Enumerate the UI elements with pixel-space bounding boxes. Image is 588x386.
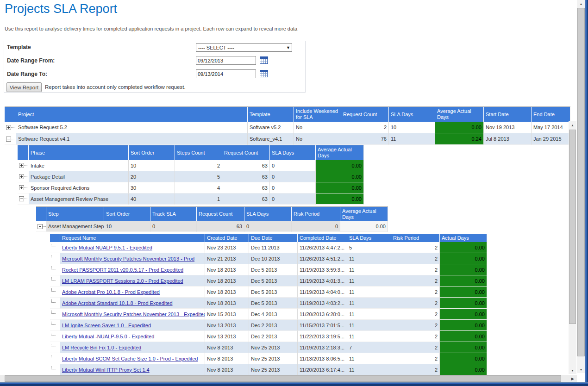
column-header: Actual Days xyxy=(440,234,487,242)
scroll-up-icon[interactable]: ▲ xyxy=(577,0,585,7)
cell: 0 xyxy=(270,160,316,171)
column-header: Request Count xyxy=(341,107,389,122)
cell: 2 xyxy=(391,364,440,375)
cell: 0.00 xyxy=(440,286,487,298)
cell: 11/13/2013 8:06:5... xyxy=(298,353,347,364)
phase-row: Package Detail2056300.00 xyxy=(18,171,364,182)
expand-icon[interactable] xyxy=(6,125,11,130)
expand-icon[interactable] xyxy=(19,174,24,179)
request-link[interactable]: LM LRAM PASSPORT Sessions 2.0 - Prod Exp… xyxy=(62,278,183,284)
request-link[interactable]: Microsoft Monthly Security Patches Novem… xyxy=(62,311,205,317)
scroll-right-icon[interactable]: ▶ xyxy=(571,377,574,381)
cell: Dec 2 2013 xyxy=(249,331,298,342)
scroll-down-icon[interactable]: ▼ xyxy=(569,367,576,374)
cell: Rocket PASSPORT 2011 v20.0.5.17 - Prod E… xyxy=(60,264,205,275)
tree-connector-cell xyxy=(50,275,60,286)
request-row: Liberty Mutual -NUALP-9.5.0 - ExpeditedN… xyxy=(50,331,487,342)
cell: 63 xyxy=(222,171,270,182)
cell: Dec 11 2013 xyxy=(249,242,298,253)
collapse-icon[interactable] xyxy=(38,224,43,229)
cell: LM Ignite Screen Saver 1.0 - Expedited xyxy=(60,320,205,331)
request-row: Microsoft Monthly Security Patches Novem… xyxy=(50,253,487,264)
page-vertical-scrollbar[interactable]: ▲ ▼ xyxy=(577,0,585,373)
step-row: Asset Management Step10063000.00 xyxy=(36,221,388,232)
cell: Sponsor Required Actions xyxy=(29,182,129,193)
cell: 0.00 xyxy=(316,193,364,205)
expander-cell xyxy=(5,133,16,145)
request-row: Adobe Acrobat Standard 10.1.8 - Prod Exp… xyxy=(50,298,487,309)
cell: 11 xyxy=(389,133,435,145)
request-link[interactable]: Rocket PASSPORT 2011 v20.0.5.17 - Prod E… xyxy=(62,267,183,273)
cell: Liberty Mutual NUALP 9.5.1 - Expedited xyxy=(60,242,205,253)
step-table: StepSort OrderTrack SLARequest CountSLA … xyxy=(36,206,388,232)
column-header: Step xyxy=(46,207,104,221)
phase-row: Asset Management Review Phase4016300.00 xyxy=(18,193,364,205)
tree-connector-cell xyxy=(50,286,60,298)
cell: 0.00 xyxy=(440,342,487,353)
header-row: Request NameCreated DateDue DateComplete… xyxy=(50,234,487,242)
cell: 0.00 xyxy=(440,275,487,286)
collapse-icon[interactable] xyxy=(6,137,11,142)
tree-connector-cell xyxy=(50,298,60,309)
expander-cell xyxy=(36,221,46,232)
cell: 11/19/2013 4:03:2... xyxy=(298,298,347,309)
cell: 2 xyxy=(175,160,222,171)
cell: Nov 13 2013 xyxy=(205,331,249,342)
request-link[interactable]: Adobe Acrobat Pro 10.1.8 - Prod Expedite… xyxy=(62,289,160,295)
column-header: Sort Order xyxy=(104,207,150,221)
cell: Asset Management Step xyxy=(46,221,104,232)
request-link[interactable]: Liberty Mutual WinHTTP Proxy Set 1.4 xyxy=(62,367,150,373)
cell: Dec 4 2013 xyxy=(249,309,298,320)
scroll-down-icon[interactable]: ▼ xyxy=(577,366,585,373)
tree-connector-icon xyxy=(51,255,56,258)
horizontal-scrollbar-thumb[interactable] xyxy=(5,375,561,382)
header-spacer-cell xyxy=(36,207,46,221)
view-report-button[interactable]: View Report xyxy=(6,82,42,92)
cell: 11 xyxy=(347,353,391,364)
date-from-input[interactable] xyxy=(196,56,256,65)
expand-icon[interactable] xyxy=(19,163,24,168)
column-header: Template xyxy=(248,107,294,122)
scroll-up-icon[interactable]: ▲ xyxy=(569,121,576,129)
cell: 2 xyxy=(391,298,440,309)
request-link[interactable]: Adobe Acrobat Standard 10.1.8 - Prod Exp… xyxy=(62,300,173,306)
request-row: Microsoft Monthly Security Patches Novem… xyxy=(50,309,487,320)
collapse-icon[interactable] xyxy=(19,196,24,201)
page-title: Projects SLA Report xyxy=(5,2,117,16)
cell: Dec 2 2013 xyxy=(249,320,298,331)
tree-connector-icon xyxy=(51,311,56,314)
cell: Nov 25 2013 xyxy=(249,353,298,364)
page-scrollbar-thumb[interactable] xyxy=(577,8,585,356)
tree-dots-icon xyxy=(11,127,15,128)
request-link[interactable]: Microsoft Monthly Security Patches Novem… xyxy=(62,256,194,261)
header-row: PhaseSort OrderSteps CountRequest CountS… xyxy=(18,145,364,160)
report-vertical-scrollbar[interactable]: ▲ ▼ xyxy=(569,121,576,374)
request-link[interactable]: Liberty Mutual -NUALP-9.5.0 - Expedited xyxy=(62,334,154,339)
tree-connector-icon xyxy=(51,266,56,269)
tree-connector-icon xyxy=(51,322,56,325)
filter-panel: Template ---- SELECT ---- ▼ Date Range F… xyxy=(4,41,306,93)
cell: Nov 18 2013 xyxy=(205,275,249,286)
template-select[interactable]: ---- SELECT ---- ▼ xyxy=(196,43,292,52)
cell: 0.00 xyxy=(440,353,487,364)
request-link[interactable]: Liberty Mutual SCCM Set Cache Size 1.0 -… xyxy=(62,356,198,361)
cell: Liberty Mutual -NUALP-9.5.0 - Expedited xyxy=(60,331,205,342)
horizontal-scrollbar[interactable]: ▶ xyxy=(0,375,577,382)
request-link[interactable]: LM Ignite Screen Saver 1.0 - Expedited xyxy=(62,323,151,328)
page-description: Use this report to analyse delivery time… xyxy=(5,26,297,31)
expander-cell xyxy=(18,193,29,205)
report-scrollbar-thumb[interactable] xyxy=(569,130,576,324)
request-link[interactable]: Liberty Mutual NUALP 9.5.1 - Expedited xyxy=(62,245,152,250)
cell: Liberty Mutual WinHTTP Proxy Set 1.4 xyxy=(60,364,205,375)
cell: 2 xyxy=(391,331,440,342)
cell: 0.00 xyxy=(440,309,487,320)
cell: 2 xyxy=(391,253,440,264)
calendar-icon[interactable] xyxy=(260,70,268,77)
cell: 7 xyxy=(347,342,391,353)
cell: 0.00 xyxy=(440,298,487,309)
calendar-icon[interactable] xyxy=(260,56,268,64)
request-link[interactable]: LM Recycle Bin Fix 1.0 - Expedited xyxy=(62,345,141,350)
tree-connector-icon xyxy=(51,299,56,303)
date-to-input[interactable] xyxy=(196,69,256,78)
expand-icon[interactable] xyxy=(19,185,24,190)
